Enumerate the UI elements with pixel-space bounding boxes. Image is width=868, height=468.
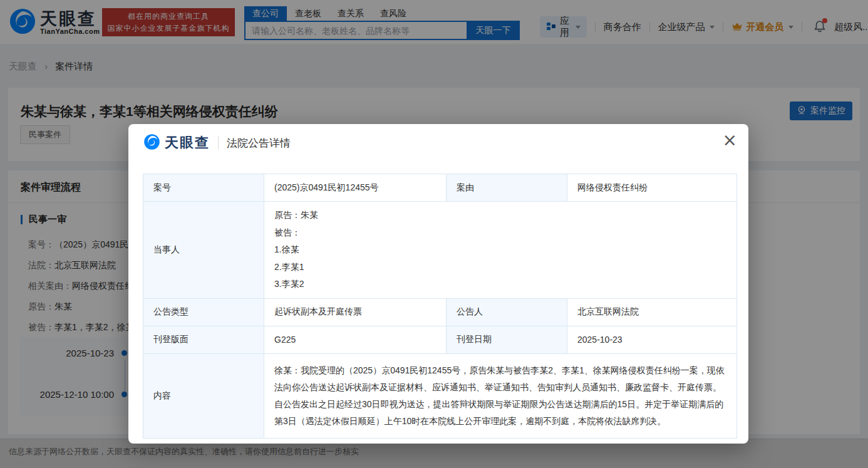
modal-title: 法院公告详情 xyxy=(227,136,291,150)
party-line: 被告： xyxy=(274,224,726,242)
table-row: 内容 徐某：我院受理的（2025）京0491民初12455号，原告朱某与被告李某… xyxy=(143,353,736,438)
party-line: 2.李某1 xyxy=(274,259,726,276)
announcement-table: 案号 (2025)京0491民初12455号 案由 网络侵权责任纠纷 当事人 原… xyxy=(143,174,737,439)
cell-parties-label: 当事人 xyxy=(143,202,264,298)
court-announcement-modal: 天眼查 法院公告详情 × 案号 (2025)京0491民初12455号 案由 网… xyxy=(128,124,748,444)
table-row: 公告类型 起诉状副本及开庭传票 公告人 北京互联网法院 xyxy=(143,298,736,326)
modal-header: 天眼查 法院公告详情 × xyxy=(128,124,748,162)
party-line: 原告：朱某 xyxy=(274,207,726,224)
cell-content-value: 徐某：我院受理的（2025）京0491民初12455号，原告朱某与被告李某2、李… xyxy=(264,354,736,438)
cell-page-value: G225 xyxy=(264,326,446,353)
close-icon[interactable]: × xyxy=(723,132,737,149)
cell-announcement-type-label: 公告类型 xyxy=(143,299,264,326)
cell-content-label: 内容 xyxy=(143,354,264,438)
cell-publish-date-label: 刊登日期 xyxy=(446,326,567,353)
table-row: 案号 (2025)京0491民初12455号 案由 网络侵权责任纠纷 xyxy=(143,174,736,201)
cell-publish-date-value: 2025-10-23 xyxy=(567,326,736,353)
table-row: 刊登版面 G225 刊登日期 2025-10-23 xyxy=(143,326,736,353)
cell-case-number-label: 案号 xyxy=(143,174,264,201)
cell-page-label: 刊登版面 xyxy=(143,326,264,353)
cell-cause-value: 网络侵权责任纠纷 xyxy=(567,174,736,201)
cell-parties-value: 原告：朱某 被告： 1.徐某 2.李某1 3.李某2 xyxy=(264,202,736,298)
modal-header-divider xyxy=(218,136,219,150)
cell-cause-label: 案由 xyxy=(446,174,567,201)
table-row: 当事人 原告：朱某 被告： 1.徐某 2.李某1 3.李某2 xyxy=(143,201,736,298)
party-line: 1.徐某 xyxy=(274,241,726,259)
cell-announcement-type-value: 起诉状副本及开庭传票 xyxy=(264,299,446,326)
cell-announcer-value: 北京互联网法院 xyxy=(567,299,736,326)
cell-case-number-value: (2025)京0491民初12455号 xyxy=(264,174,446,201)
tianyancha-logo-icon xyxy=(143,133,160,153)
cell-announcer-label: 公告人 xyxy=(446,299,567,326)
party-line: 3.李某2 xyxy=(274,276,726,293)
modal-brand: 天眼查 xyxy=(165,133,210,152)
